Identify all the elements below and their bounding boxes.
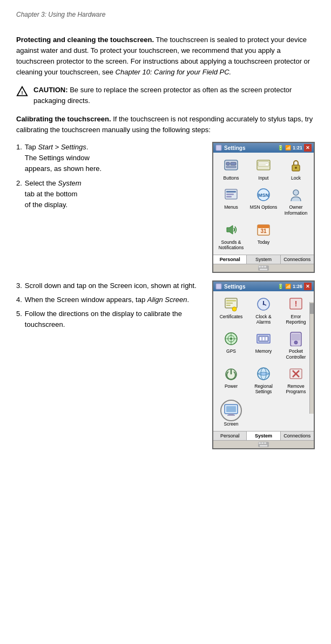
battery-icon: 🔋 bbox=[278, 145, 283, 150]
settings-item-gps[interactable]: GPS bbox=[215, 328, 247, 361]
settings-item-sounds[interactable]: Sounds & Notifications bbox=[215, 219, 247, 252]
settings-item-owner[interactable]: Owner Information bbox=[280, 184, 312, 217]
svg-rect-50 bbox=[266, 337, 267, 340]
settings-item-input[interactable]: Input bbox=[248, 155, 279, 183]
svg-rect-16 bbox=[226, 196, 232, 198]
svg-rect-66 bbox=[261, 442, 264, 444]
settings-panel-1: Settings 🔋 📶 1:21 ✕ Buttons bbox=[212, 142, 315, 273]
settings-label-owner: Owner Information bbox=[281, 204, 310, 215]
settings-tab-connections-2[interactable]: Connections bbox=[281, 431, 314, 440]
settings-item-error[interactable]: ! Error Reporting bbox=[280, 293, 312, 327]
close-button-2[interactable]: ✕ bbox=[304, 283, 312, 290]
svg-marker-20 bbox=[227, 225, 233, 234]
settings-label-regional: Regional Settings bbox=[249, 383, 278, 394]
close-button-1[interactable]: ✕ bbox=[304, 144, 312, 152]
scrollbar[interactable] bbox=[309, 302, 314, 414]
settings-item-clock[interactable]: Clock & Alarms bbox=[248, 293, 279, 327]
settings-item-menus[interactable]: Menus bbox=[215, 184, 247, 217]
step-4-num: 4. bbox=[16, 294, 22, 305]
settings-label-screen: Screen bbox=[224, 421, 239, 427]
step-5-text: Follow the directions on the display to … bbox=[25, 309, 204, 330]
pocket-icon bbox=[287, 330, 305, 347]
svg-rect-49 bbox=[263, 337, 265, 340]
settings-tab-system-2[interactable]: System bbox=[247, 431, 280, 440]
settings-item-regional[interactable]: Regional Settings bbox=[248, 363, 279, 396]
power-icon bbox=[222, 365, 240, 382]
svg-text:MSN: MSN bbox=[258, 193, 269, 198]
settings-label-remove: Remove Programs bbox=[281, 383, 310, 394]
keyboard-bar-2 bbox=[213, 440, 314, 448]
error-icon: ! bbox=[287, 296, 305, 313]
section1-italic-ref: Chapter 10: Caring for your Field PC. bbox=[116, 68, 232, 76]
step-1-num: 1. bbox=[16, 142, 22, 174]
settings-item-pocket[interactable]: Pocket Controller bbox=[280, 328, 312, 361]
section1-text: Protecting and cleaning the touchscreen.… bbox=[16, 35, 315, 78]
caution-label: CAUTION: bbox=[33, 86, 68, 94]
settings-tab-system-1[interactable]: System bbox=[247, 255, 280, 264]
settings-item-lock[interactable]: Lock bbox=[280, 155, 312, 183]
svg-rect-2 bbox=[216, 145, 221, 150]
settings-tab-personal-1[interactable]: Personal bbox=[213, 255, 247, 264]
settings-label-sounds: Sounds & Notifications bbox=[217, 239, 246, 250]
scrollbar-thumb bbox=[310, 303, 314, 314]
svg-rect-26 bbox=[261, 266, 264, 268]
sounds-icon bbox=[222, 221, 240, 238]
svg-rect-48 bbox=[260, 337, 261, 340]
svg-rect-32 bbox=[226, 303, 233, 304]
regional-icon bbox=[255, 365, 272, 382]
section2-text: Calibrating the touchscreen. If the touc… bbox=[16, 114, 315, 135]
step-5-num: 5. bbox=[16, 309, 22, 330]
settings-titlebar-2: Settings 🔋 📶 1:26 ✕ bbox=[213, 282, 314, 291]
settings-label-lock: Lock bbox=[291, 175, 301, 181]
settings-tab-connections-1[interactable]: Connections bbox=[281, 255, 314, 264]
settings-grid-2-wrapper: Certificates Clock & Alarms ! Error Repo… bbox=[213, 291, 314, 431]
settings-panel-2: Settings 🔋 📶 1:26 ✕ Certificates bbox=[212, 280, 315, 449]
svg-rect-63 bbox=[227, 415, 235, 416]
step-1-text: Tap Start > Settings.The Settings window… bbox=[25, 142, 102, 174]
settings-item-screen[interactable]: Screen bbox=[215, 398, 247, 429]
gps-icon bbox=[222, 330, 240, 347]
svg-point-19 bbox=[293, 190, 299, 195]
titlebar-left-1: Settings bbox=[215, 145, 245, 151]
settings-item-remove[interactable]: Remove Programs bbox=[280, 363, 312, 396]
step-2-num: 2. bbox=[16, 178, 22, 210]
steps-3-5-list: 3. Scroll down and tap on the Screen ico… bbox=[16, 280, 204, 449]
settings-label-gps: GPS bbox=[226, 348, 236, 354]
battery-icon-2: 🔋 bbox=[278, 284, 283, 289]
settings-tab-personal-2[interactable]: Personal bbox=[213, 431, 247, 440]
svg-rect-29 bbox=[216, 284, 221, 289]
menus-icon bbox=[222, 186, 240, 203]
settings-item-certificates[interactable]: Certificates bbox=[215, 293, 247, 327]
settings-label-input: Input bbox=[259, 175, 269, 181]
settings-icon-2 bbox=[215, 283, 222, 290]
settings-grid-2: Certificates Clock & Alarms ! Error Repo… bbox=[213, 291, 314, 431]
svg-rect-5 bbox=[231, 162, 236, 165]
svg-rect-61 bbox=[226, 406, 236, 412]
screen-highlight-circle bbox=[220, 400, 242, 421]
settings-item-buttons[interactable]: Buttons bbox=[215, 155, 247, 183]
svg-point-53 bbox=[294, 341, 298, 344]
settings-item-msn[interactable]: MSN MSN Options bbox=[248, 184, 279, 217]
settings-item-power[interactable]: Power bbox=[215, 363, 247, 396]
remove-icon bbox=[287, 365, 305, 382]
time-label-2: 1:26 bbox=[293, 284, 302, 289]
step-1: 1. Tap Start > Settings.The Settings win… bbox=[16, 142, 204, 174]
settings-item-today[interactable]: 31 Today bbox=[248, 219, 279, 252]
svg-point-12 bbox=[295, 167, 297, 169]
settings-label-memory: Memory bbox=[255, 348, 272, 354]
step-3-num: 3. bbox=[16, 280, 22, 291]
input-icon bbox=[255, 157, 272, 174]
settings-item-memory[interactable]: Memory bbox=[248, 328, 279, 361]
today-icon: 31 bbox=[255, 221, 272, 238]
svg-rect-31 bbox=[226, 300, 236, 302]
time-label-1: 1:21 bbox=[293, 145, 302, 150]
svg-rect-65 bbox=[259, 442, 261, 444]
caution-icon: ! bbox=[16, 86, 28, 99]
settings-label-msn: MSN Options bbox=[250, 204, 278, 210]
steps-3-5-container: 3. Scroll down and tap on the Screen ico… bbox=[16, 280, 315, 449]
svg-rect-8 bbox=[258, 162, 269, 166]
caution-block: ! CAUTION: Be sure to replace the screen… bbox=[16, 85, 315, 106]
settings-tabs-2: Personal System Connections bbox=[213, 431, 314, 440]
step-2-text: Select the Systemtab at the bottomof the… bbox=[25, 178, 82, 210]
titlebar-icons-1: 🔋 📶 1:21 ✕ bbox=[278, 144, 312, 152]
